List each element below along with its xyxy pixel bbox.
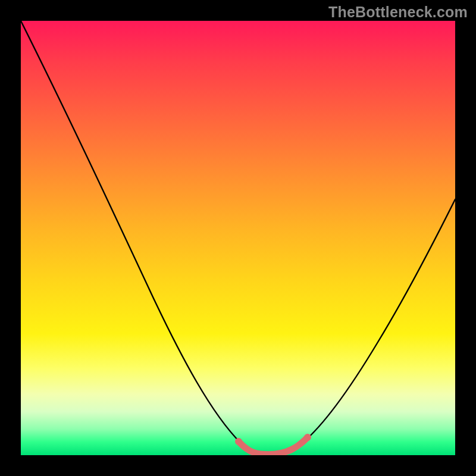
- highlight-start-dot: [235, 438, 242, 445]
- optimal-range-highlight: [239, 437, 308, 455]
- watermark-text: TheBottleneck.com: [328, 4, 468, 21]
- bottleneck-chart: [21, 21, 455, 455]
- highlight-end-dot: [304, 434, 311, 441]
- curve-layer: [21, 21, 455, 455]
- bottleneck-curve: [21, 21, 455, 455]
